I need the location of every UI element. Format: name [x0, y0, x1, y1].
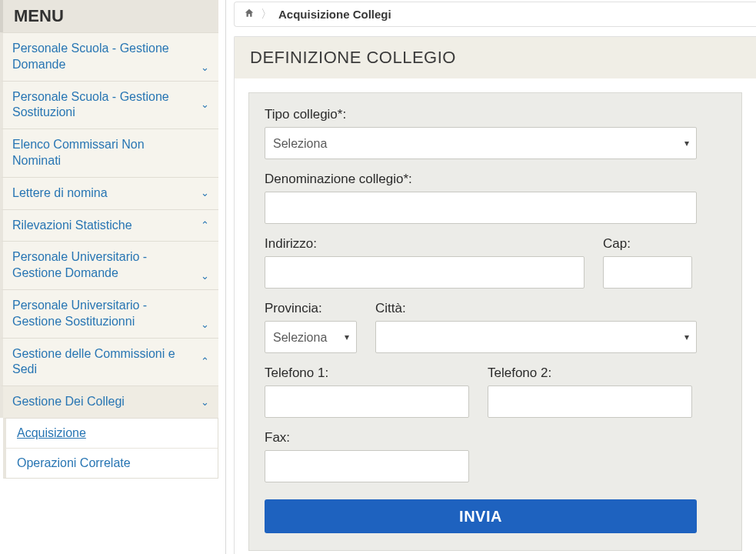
submenu-link[interactable]: Operazioni Correlate [6, 449, 218, 478]
field-tipo-collegio: Tipo collegio*: Seleziona [265, 107, 697, 159]
menu-title: MENU [0, 0, 218, 32]
label-provincia: Provincia: [265, 301, 357, 316]
chevron-down-icon: ⌄ [201, 62, 209, 75]
submenu-item-acquisizione[interactable]: Acquisizione [6, 419, 218, 448]
field-denominazione: Denominazione collegio*: [265, 172, 697, 224]
menu-link[interactable]: Personale Universitario - Gestione Doman… [3, 242, 218, 289]
breadcrumb-separator: 〉 [261, 7, 272, 22]
field-citta: Città: [375, 301, 697, 353]
menu-item-label: Personale Universitario - Gestione Sosti… [12, 299, 147, 328]
sidebar: MENU Personale Scuola - Gestione Domande… [0, 0, 218, 554]
chevron-down-icon: ⌄ [201, 270, 209, 283]
menu-item-label: Personale Scuola - Gestione Sostituzioni [12, 90, 169, 119]
panel-title: DEFINIZIONE COLLEGIO [235, 37, 756, 78]
menu-item-label: Gestione Dei Collegi [12, 395, 125, 408]
input-telefono1[interactable] [265, 385, 469, 418]
menu-link[interactable]: Gestione delle Commissioni e Sedi ⌃ [3, 339, 218, 386]
menu-item-label: Gestione delle Commissioni e Sedi [12, 347, 175, 376]
menu-link[interactable]: Personale Scuola - Gestione Sostituzioni… [3, 82, 218, 129]
menu-item-gestione-commissioni[interactable]: Gestione delle Commissioni e Sedi ⌃ [0, 338, 218, 386]
label-fax: Fax: [265, 430, 469, 446]
menu-item-elenco-commissari[interactable]: Elenco Commissari Non Nominati [0, 128, 218, 177]
menu-link[interactable]: Rilevazioni Statistiche ⌃ [3, 210, 218, 242]
label-indirizzo: Indirizzo: [265, 236, 584, 252]
chevron-down-icon: ⌄ [201, 319, 209, 332]
select-citta[interactable] [375, 321, 697, 353]
home-icon[interactable] [244, 8, 255, 21]
menu-item-personale-univ-sostituzioni[interactable]: Personale Universitario - Gestione Sosti… [0, 289, 218, 338]
menu-link[interactable]: Lettere di nomina ⌄ [3, 178, 218, 209]
field-telefono1: Telefono 1: [265, 365, 469, 418]
label-telefono1: Telefono 1: [265, 365, 469, 381]
field-fax: Fax: [265, 430, 469, 482]
input-denominazione[interactable] [265, 192, 697, 224]
label-denominazione: Denominazione collegio*: [265, 172, 697, 187]
menu-item-label: Elenco Commissari Non Nominati [12, 138, 145, 167]
chevron-down-icon: ⌄ [201, 98, 209, 112]
input-telefono2[interactable] [488, 385, 692, 418]
menu-item-label: Personale Universitario - Gestione Doman… [12, 250, 147, 279]
label-cap: Cap: [603, 236, 692, 252]
input-cap[interactable] [603, 256, 692, 289]
menu-link[interactable]: Elenco Commissari Non Nominati [3, 129, 218, 177]
select-tipo-collegio[interactable]: Seleziona [265, 127, 697, 159]
breadcrumb-current: Acquisizione Collegi [278, 8, 391, 21]
label-citta: Città: [375, 301, 697, 316]
form: Tipo collegio*: Seleziona Denominazione … [248, 92, 742, 551]
menu-link[interactable]: Personale Universitario - Gestione Sosti… [3, 290, 218, 338]
field-indirizzo: Indirizzo: [265, 236, 584, 289]
menu-item-lettere-nomina[interactable]: Lettere di nomina ⌄ [0, 177, 218, 209]
label-tipo-collegio: Tipo collegio*: [265, 107, 697, 122]
submenu-item-operazioni-correlate[interactable]: Operazioni Correlate [6, 448, 218, 478]
submenu-gestione-collegi: Acquisizione Operazioni Correlate [3, 418, 218, 479]
menu-item-label: Rilevazioni Statistiche [12, 219, 132, 232]
submenu-link[interactable]: Acquisizione [6, 419, 218, 448]
label-telefono2: Telefono 2: [488, 365, 692, 381]
menu-item-rilevazioni-statistiche[interactable]: Rilevazioni Statistiche ⌃ [0, 209, 218, 242]
menu-link[interactable]: Gestione Dei Collegi ⌄ [3, 386, 218, 418]
divider [218, 0, 234, 554]
select-provincia[interactable]: Seleziona [265, 321, 357, 353]
chevron-down-icon: ⌄ [201, 395, 209, 409]
menu-item-personale-scuola-domande[interactable]: Personale Scuola - Gestione Domande ⌄ [0, 32, 218, 81]
input-indirizzo[interactable] [265, 256, 584, 289]
chevron-down-icon: ⌄ [201, 187, 209, 200]
breadcrumb: 〉 Acquisizione Collegi [234, 2, 756, 27]
field-provincia: Provincia: Seleziona [265, 301, 357, 353]
menu-link[interactable]: Personale Scuola - Gestione Domande ⌄ [3, 33, 218, 81]
menu-item-personale-scuola-sostituzioni[interactable]: Personale Scuola - Gestione Sostituzioni… [0, 81, 218, 129]
input-fax[interactable] [265, 450, 469, 482]
menu-item-gestione-collegi[interactable]: Gestione Dei Collegi ⌄ [0, 385, 218, 418]
menu-item-personale-univ-domande[interactable]: Personale Universitario - Gestione Doman… [0, 241, 218, 289]
panel: DEFINIZIONE COLLEGIO Tipo collegio*: Sel… [234, 36, 756, 554]
main-content: 〉 Acquisizione Collegi DEFINIZIONE COLLE… [234, 0, 756, 554]
field-telefono2: Telefono 2: [488, 365, 692, 418]
menu-item-label: Personale Scuola - Gestione Domande [12, 42, 169, 71]
submit-button[interactable]: INVIA [265, 499, 697, 533]
chevron-up-icon: ⌃ [201, 355, 209, 369]
menu-item-label: Lettere di nomina [12, 186, 108, 199]
chevron-up-icon: ⌃ [201, 219, 209, 232]
menu-list: Personale Scuola - Gestione Domande ⌄ Pe… [0, 32, 218, 418]
field-cap: Cap: [603, 236, 692, 289]
